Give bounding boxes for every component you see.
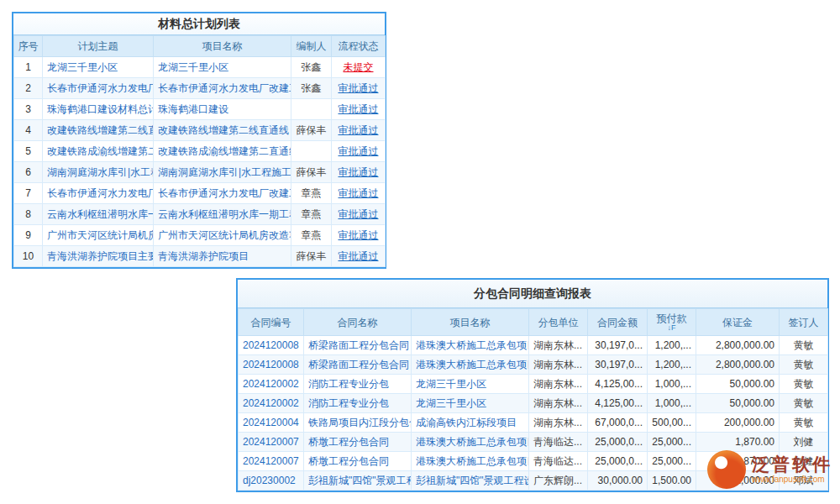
cell-contract-name: 桥墩工程分包合同 bbox=[304, 433, 412, 452]
cell-link[interactable]: 云南水利枢纽潜明水库一期... bbox=[47, 208, 154, 220]
cell-seq: 4 bbox=[14, 120, 43, 141]
status-link[interactable]: 审批通过 bbox=[339, 208, 379, 220]
cell-link[interactable]: 消防工程专业分包 bbox=[308, 378, 389, 390]
cell-link[interactable]: 2024120007 bbox=[243, 455, 299, 467]
cell-link[interactable]: 2024120008 bbox=[243, 339, 299, 351]
cell-link[interactable]: 桥梁路面工程分包合同 bbox=[308, 359, 409, 370]
cell-project-name: 湖南洞庭湖水库引|水工程施工招标 bbox=[154, 162, 291, 183]
cell-link[interactable]: 龙湖三千里小区 bbox=[416, 397, 486, 409]
column-header: 分包单位 bbox=[529, 309, 588, 336]
cell-status: 审批通过 bbox=[332, 78, 386, 99]
cell-link[interactable]: 广州市天河区统计局机房改造项目 bbox=[158, 229, 291, 241]
status-link[interactable]: 未提交 bbox=[344, 61, 374, 73]
table-row: 10青海洪湖养护院项目主要材料青海洪湖养护院项目薛保丰审批通过 bbox=[14, 246, 386, 267]
cell-compiler: 张鑫 bbox=[291, 57, 332, 78]
column-header-label: 保证金 bbox=[696, 317, 779, 328]
cell-link[interactable]: 长春市伊通河水力发电厂改... bbox=[47, 187, 154, 199]
cell-link[interactable]: 广州市天河区统计局机房改... bbox=[47, 229, 154, 241]
column-header[interactable]: 预付款↓F bbox=[648, 309, 696, 336]
cell-link[interactable]: 青海洪湖养护院项目 bbox=[158, 250, 249, 262]
cell-signer: 黄敏 bbox=[780, 336, 828, 355]
cell-link[interactable]: 2024120007 bbox=[243, 436, 299, 448]
table-row: 2024120002消防工程专业分包龙湖三千里小区湖南东林...4,125,00… bbox=[239, 375, 828, 394]
cell-seq: 5 bbox=[14, 141, 43, 162]
cell-link[interactable]: 长春市伊通河水力发电厂改建工程 bbox=[158, 82, 291, 94]
cell-link[interactable]: 改建铁路成渝线增建第二直通线（成... bbox=[158, 145, 291, 157]
table-row: 7长春市伊通河水力发电厂改...长春市伊通河水力发电厂改建工程章燕审批通过 bbox=[14, 183, 386, 204]
cell-link[interactable]: 彭祖新城"四馆"景观工程设计项 bbox=[416, 475, 529, 486]
cell-link[interactable]: 消防工程专业分包 bbox=[308, 397, 389, 409]
cell-advance-payment: 500,00... bbox=[648, 413, 696, 433]
cell-project-name: 云南水利枢纽潜明水库一期工程施工标 bbox=[154, 204, 291, 225]
cell-link[interactable]: 长春市伊通河水力发电厂改... bbox=[47, 82, 154, 94]
cell-deposit: 2,800,000.00 bbox=[696, 336, 780, 355]
cell-link[interactable]: 成渝高铁内江标段项目 bbox=[416, 417, 517, 428]
status-link[interactable]: 审批通过 bbox=[339, 145, 379, 157]
column-header: 序号 bbox=[14, 36, 43, 57]
cell-signer: 黄敏 bbox=[780, 394, 828, 413]
header-row: 序号计划主题项目名称编制人流程状态 bbox=[14, 36, 386, 57]
cell-link[interactable]: 2024120002 bbox=[243, 397, 299, 409]
cell-link[interactable]: 改建铁路线增建第二线直通... bbox=[47, 124, 154, 136]
cell-link[interactable]: 桥梁路面工程分包合同 bbox=[308, 339, 409, 351]
status-link[interactable]: 审批通过 bbox=[339, 103, 379, 115]
status-link[interactable]: 审批通过 bbox=[339, 229, 379, 241]
cell-contract-amount: 67,000,0... bbox=[588, 413, 648, 433]
header-row: 合同编号合同名称项目名称分包单位合同金额预付款↓F保证金签订人 bbox=[239, 309, 828, 336]
cell-link[interactable]: 云南水利枢纽潜明水库一期工程施工标 bbox=[158, 208, 291, 220]
status-link[interactable]: 审批通过 bbox=[339, 250, 379, 262]
cell-link[interactable]: 港珠澳大桥施工总承包项目 bbox=[416, 339, 529, 351]
cell-link[interactable]: 桥墩工程分包合同 bbox=[308, 436, 389, 448]
cell-link[interactable]: 彭祖新城"四馆"景观工程设计项 bbox=[308, 475, 412, 486]
cell-project-name: 港珠澳大桥施工总承包项目 bbox=[412, 452, 529, 471]
brand-name: 泛普软件 bbox=[752, 454, 832, 475]
cell-subcontractor: 湖南东林... bbox=[529, 375, 588, 394]
status-link[interactable]: 审批通过 bbox=[339, 124, 379, 136]
cell-link[interactable]: 改建铁路线增建第二线直通线（成都-... bbox=[158, 124, 291, 136]
cell-contract-no: 2024120002 bbox=[239, 394, 304, 413]
cell-link[interactable]: 改建铁路成渝线增建第二直... bbox=[47, 145, 154, 157]
table-row: 4改建铁路线增建第二线直通...改建铁路线增建第二线直通线（成都-...薛保丰审… bbox=[14, 120, 386, 141]
cell-link[interactable]: 湖南洞庭湖水库引|水工程施... bbox=[47, 166, 154, 178]
cell-link[interactable]: 港珠澳大桥施工总承包项目 bbox=[416, 455, 529, 467]
cell-advance-payment: 1,000,... bbox=[648, 375, 696, 394]
cell-link[interactable]: 珠海鹤港口建设材料总计划 bbox=[47, 103, 154, 115]
column-header-label: 项目名称 bbox=[154, 40, 291, 52]
cell-link[interactable]: 龙湖三千里小区 bbox=[158, 61, 228, 73]
cell-link[interactable]: 2024120008 bbox=[243, 359, 299, 370]
column-header-label: 项目名称 bbox=[412, 317, 528, 328]
cell-link[interactable]: 长春市伊通河水力发电厂改建工程 bbox=[158, 187, 291, 199]
cell-compiler bbox=[291, 141, 332, 162]
status-link[interactable]: 审批通过 bbox=[339, 82, 379, 94]
status-link[interactable]: 审批通过 bbox=[339, 166, 379, 178]
cell-link[interactable]: 2024120002 bbox=[243, 378, 299, 390]
cell-link[interactable]: 桥墩工程分包合同 bbox=[308, 455, 389, 467]
cell-plan-subject: 青海洪湖养护院项目主要材料 bbox=[43, 246, 154, 267]
cell-link[interactable]: 2024120004 bbox=[243, 417, 299, 428]
cell-link[interactable]: 铁路局项目内江段分包合同 bbox=[308, 417, 412, 428]
table-row: 2024120004铁路局项目内江段分包合同成渝高铁内江标段项目湖南东林...6… bbox=[239, 413, 828, 433]
cell-link[interactable]: 龙湖三千里小区 bbox=[416, 378, 486, 390]
cell-link[interactable]: 港珠澳大桥施工总承包项目 bbox=[416, 359, 529, 370]
material-plan-data-table: 序号计划主题项目名称编制人流程状态 1龙湖三千里小区龙湖三千里小区张鑫未提交2长… bbox=[13, 35, 386, 267]
brand-url: www.fanpusoft.com bbox=[752, 475, 832, 485]
material-plan-table-header: 序号计划主题项目名称编制人流程状态 bbox=[14, 36, 386, 57]
cell-deposit: 2,800,000.00 bbox=[696, 355, 780, 375]
cell-link[interactable]: 港珠澳大桥施工总承包项目 bbox=[416, 436, 529, 448]
column-header-label: 合同名称 bbox=[304, 317, 411, 328]
cell-link[interactable]: 青海洪湖养护院项目主要材料 bbox=[47, 250, 154, 262]
status-link[interactable]: 审批通过 bbox=[339, 187, 379, 199]
cell-subcontractor: 广东辉朗... bbox=[529, 471, 588, 491]
table-row: 2024120008桥梁路面工程分包合同港珠澳大桥施工总承包项目湖南东林...3… bbox=[239, 355, 828, 375]
subcontract-detail-table-title: 分包合同明细查询报表 bbox=[238, 280, 827, 308]
cell-link[interactable]: 湖南洞庭湖水库引|水工程施工招标 bbox=[158, 166, 291, 178]
cell-link[interactable]: 珠海鹤港口建设 bbox=[158, 103, 228, 115]
cell-project-name: 港珠澳大桥施工总承包项目 bbox=[412, 336, 529, 355]
cell-link[interactable]: dj20230002 bbox=[243, 475, 296, 486]
sort-filter-icon[interactable]: ↓F bbox=[648, 324, 696, 332]
brand-logo-icon bbox=[707, 450, 746, 489]
cell-advance-payment: 1,500.00 bbox=[648, 471, 696, 491]
cell-deposit: 1,870.00 bbox=[696, 433, 780, 452]
cell-link[interactable]: 龙湖三千里小区 bbox=[47, 61, 118, 73]
brand-watermark: 泛普软件 www.fanpusoft.com bbox=[707, 450, 832, 489]
